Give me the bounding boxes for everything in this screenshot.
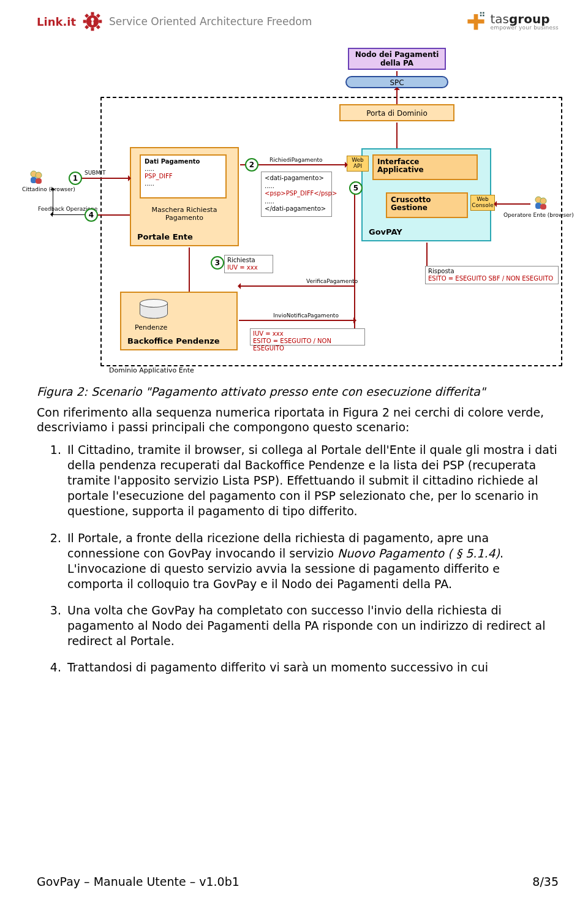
backoffice-label: Backoffice Pendenze <box>127 336 220 346</box>
dati-title: Dati Pagamento <box>145 158 222 165</box>
xml-psp: <psp>PSP_DIFF</psp> <box>265 190 328 198</box>
tas-logo: tasgroup empower your business <box>466 11 559 32</box>
box-backoffice: Backoffice Pendenze <box>120 292 238 350</box>
psp-diff: PSP_DIFF <box>145 173 222 180</box>
xml-open: <dati-pagamento> <box>265 175 328 183</box>
footer-right: 8/35 <box>532 875 559 888</box>
lbl-verifica: VerificaPagamento <box>306 278 358 284</box>
svg-point-9 <box>91 18 94 21</box>
svg-rect-20 <box>36 178 42 184</box>
svg-rect-14 <box>483 12 485 14</box>
lbl-cittadino: Cittadino (browser) <box>22 186 75 192</box>
svg-rect-13 <box>480 12 482 14</box>
svg-rect-24 <box>540 204 546 210</box>
xml-close: </dati-pagamento> <box>265 205 328 213</box>
govpay-label: GovPAY <box>369 227 402 236</box>
lbl-richiesta-pag: RichiediPagamento <box>270 157 322 163</box>
svg-rect-16 <box>483 15 485 17</box>
box-porta-dominio: Porta di Dominio <box>339 104 454 121</box>
actor-cittadino-icon <box>28 169 44 185</box>
tas-text: tasgroup empower your business <box>490 13 559 31</box>
svg-point-19 <box>36 172 42 178</box>
svg-line-8 <box>86 26 88 28</box>
svg-line-6 <box>97 26 99 28</box>
footer-left: GovPay – Manuale Utente – v1.0b1 <box>37 875 239 888</box>
tas-light: tas <box>490 12 509 26</box>
steps-list: Il Cittadino, tramite il browser, si col… <box>37 442 559 675</box>
step-item-4: Trattandosi di pagamento differito vi sa… <box>65 660 559 675</box>
portale-label: Portale Ente <box>137 232 193 241</box>
box-xml: <dati-pagamento> ..... <psp>PSP_DIFF</ps… <box>261 172 332 217</box>
step-1: 1 <box>69 172 82 185</box>
db-icon <box>140 299 168 319</box>
note-notifica-esito: IUV = xxxESITO = ESEGUITO / NON ESEGUITO <box>250 328 365 346</box>
header-left: Link.it Service Oriented Architecture Fr… <box>37 11 312 32</box>
note-richiesta-iuv: Richiesta IUV = xxx <box>224 255 273 273</box>
li2-italic: Nuovo Pagamento ( § 5.1.4) <box>337 546 500 560</box>
intro-paragraph: Con riferimento alla sequenza numerica r… <box>37 405 559 435</box>
step-4: 4 <box>85 208 98 222</box>
dominio-label: Dominio Applicativo Ente <box>109 366 194 374</box>
lbl-submit: SUBMIT <box>85 170 105 176</box>
step-item-1: Il Cittadino, tramite il browser, si col… <box>65 442 559 519</box>
brand-linkit: Link.it <box>37 15 76 28</box>
diagram-area: Nodo dei Pagamentidella PA SPC Porta di … <box>37 48 559 379</box>
svg-rect-15 <box>480 15 482 17</box>
tas-slogan: empower your business <box>490 25 559 31</box>
svg-point-23 <box>540 198 546 204</box>
note-risposta: Risposta ESITO = ESEGUITO SBF / NON ESEG… <box>425 266 559 284</box>
step-item-3: Una volta che GovPay ha completato con s… <box>65 603 559 649</box>
svg-rect-12 <box>468 20 484 24</box>
actor-operatore-icon <box>533 195 549 211</box>
maschera-label: Maschera RichiestaPagamento <box>145 206 224 222</box>
cog-icon <box>82 11 103 32</box>
page-footer: GovPay – Manuale Utente – v1.0b1 8/35 <box>37 875 559 888</box>
step-2: 2 <box>245 158 258 172</box>
svg-line-5 <box>86 15 88 17</box>
box-interfacce: InterfacceApplicative <box>372 154 478 180</box>
step-3: 3 <box>211 256 224 270</box>
box-nodo-pa: Nodo dei Pagamentidella PA <box>348 48 446 70</box>
svg-line-7 <box>97 15 99 17</box>
lbl-operatore: Operatore Ente (browser) <box>503 212 574 218</box>
step-item-2: Il Portale, a fronte della ricezione del… <box>65 531 559 592</box>
tagline: Service Oriented Architecture Freedom <box>109 15 312 28</box>
box-cruscotto: CruscottoGestione <box>386 192 468 218</box>
box-dati-pagamento: Dati Pagamento ..... PSP_DIFF ..... <box>140 154 227 198</box>
lbl-invio-notifica: InvioNotificaPagamento <box>273 312 339 319</box>
figure-caption: Figura 2: Scenario "Pagamento attivato p… <box>37 385 559 399</box>
step-5: 5 <box>349 181 363 195</box>
pendenze-label: Pendenze <box>135 323 167 331</box>
tas-bold: group <box>509 12 549 26</box>
tas-icon <box>466 11 486 32</box>
doc-header: Link.it Service Oriented Architecture Fr… <box>37 11 559 32</box>
svg-rect-10 <box>91 21 93 25</box>
